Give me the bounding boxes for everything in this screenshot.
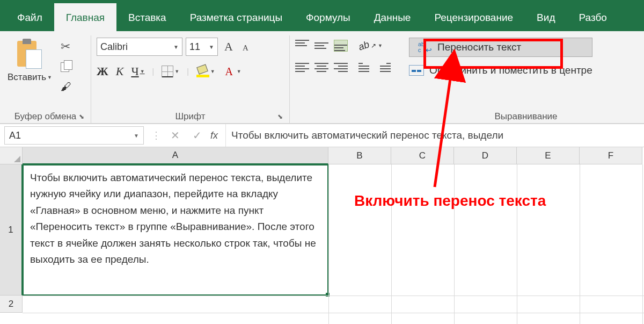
dialog-launcher-icon[interactable]: ⬊: [276, 113, 284, 120]
chevron-down-icon: ▼: [210, 69, 215, 74]
ribbon-tabs: Файл Главная Вставка Разметка страницы Ф…: [0, 0, 644, 31]
increase-indent-icon: [380, 63, 391, 72]
group-clipboard: Вставить▼ Буфер обмена⬊: [0, 35, 91, 123]
font-name-value: Calibri: [100, 41, 128, 53]
chevron-down-icon: ▼: [134, 133, 139, 139]
format-painter-button[interactable]: [61, 81, 75, 95]
decrease-font-button[interactable]: A: [239, 44, 252, 53]
formula-bar: A1 ▼ ⋮ ✕ ✓ fx Чтобы включить автоматичес…: [0, 124, 644, 147]
row-header-2[interactable]: 2: [0, 296, 23, 313]
chevron-down-icon: ▼: [47, 75, 52, 80]
column-header-A[interactable]: A: [23, 147, 328, 164]
fill-icon: [196, 66, 209, 77]
merge-center-label: Объединить и поместить в центре: [429, 64, 592, 76]
decrease-indent-button[interactable]: [358, 61, 375, 73]
chevron-down-icon: ▼: [378, 43, 383, 48]
align-right-button[interactable]: [334, 61, 348, 73]
paste-icon: [16, 39, 43, 70]
increase-indent-button[interactable]: [380, 61, 396, 73]
orientation-icon: ab: [357, 39, 371, 53]
align-left-button[interactable]: [295, 61, 309, 73]
tab-developer[interactable]: Разбо: [567, 3, 618, 31]
increase-font-button[interactable]: A: [221, 40, 236, 54]
paste-label: Вставить: [8, 72, 46, 83]
chevron-down-icon: ▼: [237, 69, 241, 74]
chevron-down-icon: ▼: [209, 44, 214, 50]
select-all-corner[interactable]: [0, 147, 23, 164]
group-font: Calibri ▼ 11 ▼ A A Ж К Ч▼ | ▼ | ▼ A▼: [91, 35, 290, 123]
ribbon: Вставить▼ Буфер обмена⬊ Calibri ▼ 11 ▼: [0, 31, 644, 124]
italic-button[interactable]: К: [116, 64, 124, 78]
font-size-combo[interactable]: 11 ▼: [186, 38, 218, 56]
wrap-text-label: Переносить текст: [437, 41, 521, 53]
font-color-button[interactable]: A▼: [223, 67, 241, 76]
group-alignment-label: Выравнивание: [494, 111, 557, 121]
dialog-launcher-icon[interactable]: ⬊: [78, 113, 85, 120]
merge-icon: [409, 65, 424, 76]
column-header-C[interactable]: C: [391, 147, 454, 164]
column-header-F[interactable]: F: [580, 147, 642, 164]
tab-view[interactable]: Вид: [525, 3, 567, 31]
decrease-indent-icon: [358, 63, 369, 72]
annotation-text: Включить перенос текста: [354, 192, 546, 210]
tab-page-layout[interactable]: Разметка страницы: [178, 3, 294, 31]
fill-color-button[interactable]: ▼: [196, 66, 215, 77]
formula-bar-content[interactable]: Чтобы включить автоматический перенос те…: [225, 124, 644, 147]
copy-button[interactable]: [61, 60, 75, 74]
bold-button[interactable]: Ж: [97, 64, 108, 78]
tab-home[interactable]: Главная: [54, 3, 116, 31]
border-icon: [162, 66, 173, 77]
group-clipboard-label: Буфер обмена: [14, 111, 77, 121]
underline-label: Ч: [131, 64, 138, 78]
font-name-combo[interactable]: Calibri ▼: [97, 38, 182, 56]
merge-center-button[interactable]: Объединить и поместить в центре: [409, 64, 592, 76]
group-alignment: ab↗▼ Переносить текст Объединить и: [290, 35, 644, 123]
copy-icon: [61, 60, 72, 72]
paste-button[interactable]: Вставить▼: [5, 38, 54, 95]
cell-A1[interactable]: Чтобы включить автоматический перенос те…: [23, 164, 328, 296]
column-header-D[interactable]: D: [454, 147, 517, 164]
chevron-down-icon: ▼: [173, 44, 179, 50]
underline-button[interactable]: Ч▼: [131, 64, 144, 78]
orientation-button[interactable]: ab↗▼: [358, 40, 383, 52]
font-color-icon: A: [223, 67, 236, 76]
tab-formulas[interactable]: Формулы: [294, 3, 362, 31]
name-box[interactable]: A1 ▼: [4, 126, 144, 145]
cut-button[interactable]: [61, 40, 75, 54]
tab-file[interactable]: Файл: [5, 3, 54, 31]
font-size-value: 11: [189, 41, 200, 53]
borders-button[interactable]: ▼: [162, 66, 179, 77]
tab-insert[interactable]: Вставка: [116, 3, 178, 31]
align-center-button[interactable]: [314, 61, 328, 73]
chevron-down-icon: ▼: [174, 69, 179, 74]
enter-formula-button[interactable]: ✓: [186, 129, 208, 142]
row-header-1[interactable]: 1: [0, 164, 23, 296]
wrap-text-button[interactable]: Переносить текст: [409, 38, 592, 57]
tab-data[interactable]: Данные: [362, 3, 423, 31]
column-header-B[interactable]: B: [328, 147, 391, 164]
align-bottom-button[interactable]: [334, 40, 348, 52]
wrap-text-icon: [418, 41, 432, 53]
name-box-value: A1: [9, 130, 21, 141]
tab-review[interactable]: Рецензирование: [422, 3, 525, 31]
column-header-E[interactable]: E: [517, 147, 580, 164]
chevron-down-icon: ▼: [140, 69, 145, 74]
align-top-button[interactable]: [295, 40, 309, 52]
cancel-formula-button[interactable]: ✕: [164, 129, 186, 142]
fx-label[interactable]: fx: [208, 130, 225, 141]
align-middle-button[interactable]: [314, 40, 328, 52]
group-font-label: Шрифт: [175, 111, 206, 121]
